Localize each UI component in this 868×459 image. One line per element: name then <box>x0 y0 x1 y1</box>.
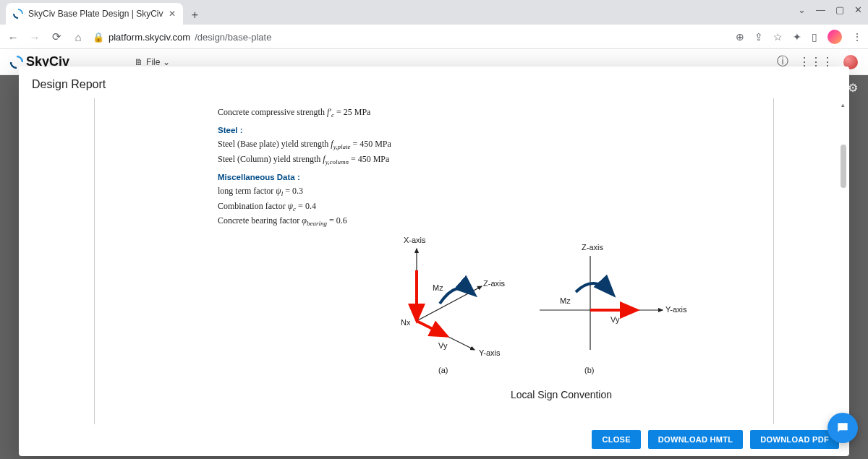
modal-body: Concrete compressive strength f′c = 25 M… <box>19 98 849 424</box>
profile-avatar[interactable] <box>827 30 842 44</box>
bearing-factor-line: Concrete bearing factor φbearing = 0.6 <box>218 215 773 227</box>
browser-chrome: SkyCiv Base Plate Design | SkyCiv ✕ + ⌄ … <box>0 0 868 49</box>
svg-line-4 <box>417 321 447 336</box>
star-icon[interactable]: ☆ <box>773 31 783 43</box>
gear-icon[interactable]: ⚙ <box>848 81 858 95</box>
panel-a-label: (a) <box>438 366 448 374</box>
steel-column-line: Steel (Column) yield strength fy,column … <box>218 154 773 166</box>
extensions-icon[interactable]: ✦ <box>793 31 801 43</box>
browser-tab[interactable]: SkyCiv Base Plate Design | SkyCiv ✕ <box>6 3 183 25</box>
design-report-modal: Design Report Concrete compressive stren… <box>19 67 849 456</box>
scrollbar[interactable]: ▴ ▾ <box>839 101 848 421</box>
long-term-factor-line: long term factor ψl = 0.3 <box>218 186 773 197</box>
vy-label-b: Vy <box>610 315 620 324</box>
forward-button[interactable]: → <box>27 31 42 43</box>
home-button[interactable]: ⌂ <box>71 31 85 43</box>
address-bar: ← → ⟳ ⌂ 🔒 platform.skyciv.com/design/bas… <box>0 25 868 49</box>
url-host: platform.skyciv.com <box>109 32 190 43</box>
y-axis-label-b: Y-axis <box>665 305 687 314</box>
share-icon[interactable]: ⇪ <box>754 31 763 43</box>
combination-factor-line: Combination factor ψc = 0.4 <box>218 201 773 213</box>
sign-convention-diagram: X-axis Z-axis Y-axis Nx Vy <box>359 234 764 400</box>
menu-icon[interactable]: ⋮ <box>852 31 862 43</box>
scroll-thumb[interactable] <box>841 145 846 188</box>
chevron-down-icon[interactable]: ⌄ <box>798 4 806 15</box>
chevron-down-icon: ⌄ <box>163 57 170 67</box>
url-field[interactable]: 🔒 platform.skyciv.com/design/base-plate <box>93 32 728 43</box>
steel-section-header: Steel : <box>218 126 773 134</box>
z-axis-label: Z-axis <box>483 279 505 288</box>
panel-icon[interactable]: ▯ <box>812 31 817 43</box>
file-menu[interactable]: 🗎 File ⌄ <box>135 57 170 67</box>
panel-b-label: (b) <box>584 366 594 374</box>
new-tab-button[interactable]: + <box>186 6 205 25</box>
download-pdf-button[interactable]: DOWNLOAD PDF <box>750 430 839 449</box>
maximize-icon[interactable]: ▢ <box>835 4 844 15</box>
scroll-up-arrow[interactable]: ▴ <box>839 101 846 108</box>
close-icon[interactable]: ✕ <box>169 9 176 19</box>
download-html-button[interactable]: DOWNLOAD HMTL <box>648 430 744 449</box>
report-content: Concrete compressive strength f′c = 25 M… <box>94 98 774 424</box>
modal-footer: CLOSE DOWNLOAD HMTL DOWNLOAD PDF <box>19 424 849 456</box>
tab-title: SkyCiv Base Plate Design | SkyCiv <box>28 9 163 19</box>
nx-label: Nx <box>401 318 411 327</box>
vy-label: Vy <box>438 341 448 350</box>
back-button[interactable]: ← <box>6 31 20 43</box>
z-axis-label-b: Z-axis <box>582 243 603 252</box>
mz-label-a: Mz <box>433 283 443 292</box>
chat-fab[interactable] <box>827 413 858 443</box>
y-axis-label: Y-axis <box>479 348 501 357</box>
concrete-strength-line: Concrete compressive strength f′c = 25 M… <box>218 107 773 119</box>
reload-button[interactable]: ⟳ <box>49 30 64 43</box>
x-axis-label: X-axis <box>404 236 426 244</box>
window-controls: ⌄ — ▢ ✕ <box>798 4 862 15</box>
close-window-icon[interactable]: ✕ <box>854 4 862 15</box>
url-path: /design/base-plate <box>195 32 271 43</box>
lock-icon: 🔒 <box>93 32 104 43</box>
steel-plate-line: Steel (Base plate) yield strength fy,pla… <box>218 139 773 150</box>
tab-bar: SkyCiv Base Plate Design | SkyCiv ✕ + ⌄ … <box>0 0 868 25</box>
minimize-icon[interactable]: — <box>816 4 825 15</box>
file-icon: 🗎 <box>135 57 143 67</box>
diagram-caption: Local Sign Convention <box>359 389 764 400</box>
modal-title: Design Report <box>19 67 849 98</box>
mz-label-b: Mz <box>560 296 571 305</box>
close-button[interactable]: CLOSE <box>592 430 640 449</box>
misc-section-header: Miscellaneous Data : <box>218 173 773 181</box>
skyciv-favicon <box>13 9 23 19</box>
zoom-icon[interactable]: ⊕ <box>736 31 744 43</box>
